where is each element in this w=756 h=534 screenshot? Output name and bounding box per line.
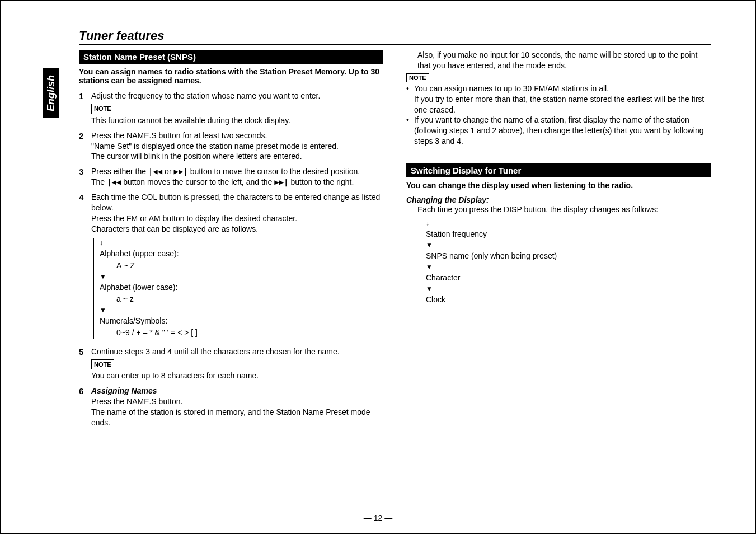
left-column: Station Name Preset (SNPS) You can assig… xyxy=(79,50,395,433)
cycle2-item3: Character xyxy=(426,272,711,284)
skip-forward-icon: ▶▶| xyxy=(274,177,288,186)
step3-line1: Press either the |◀◀ or ▶▶| button to mo… xyxy=(91,166,383,177)
bullet-dot-icon: • xyxy=(406,115,414,147)
switching-display-intro: You can change the display used when lis… xyxy=(406,181,711,190)
step2-l3: The cursor will blink in the position wh… xyxy=(91,151,383,162)
note-label: NOTE xyxy=(91,104,114,114)
skip-back-icon: |◀◀ xyxy=(107,177,121,186)
skip-back-icon: |◀◀ xyxy=(148,167,162,176)
step-number: 2 xyxy=(79,130,91,162)
step-number: 1 xyxy=(79,91,91,126)
cycle-numerals: Numerals/Symbols: xyxy=(100,315,383,327)
down-arrow-icon: ▼ xyxy=(426,240,711,250)
cycle-lower: Alphabet (lower case): xyxy=(100,282,383,293)
step1-text: Adjust the frequency to the station whos… xyxy=(91,91,383,101)
continuation-text: Also, if you make no input for 10 second… xyxy=(406,50,711,71)
step6-title: Assigning Names xyxy=(91,386,383,396)
step2-l2: "Name Set" is displayed once the station… xyxy=(91,141,383,152)
step-1: 1 Adjust the frequency to the station wh… xyxy=(79,91,383,126)
down-arrow-icon: ▼ xyxy=(426,262,711,272)
cycle-upper-range: A ~ Z xyxy=(100,260,383,271)
step4-l3: Characters that can be displayed are as … xyxy=(91,224,383,235)
switching-display-header: Switching Display for Tuner xyxy=(406,163,711,177)
step-number: 4 xyxy=(79,192,91,342)
step4-l1: Each time the COL button is pressed, the… xyxy=(91,192,383,213)
step-6: 6 Assigning Names Press the NAME.S butto… xyxy=(79,386,383,428)
snps-intro: You can assign names to radio stations w… xyxy=(79,67,383,85)
bullet1a: You can assign names to up to 30 FM/AM s… xyxy=(414,83,711,94)
down-arrow-icon: ↓ xyxy=(100,238,383,248)
language-tab: English xyxy=(43,68,59,118)
bullet-dot-icon: • xyxy=(406,83,414,115)
cycle-numerals-range: 0~9 / + – * & " ' = < > [ ] xyxy=(100,327,383,339)
down-arrow-icon: ▼ xyxy=(426,284,711,294)
down-arrow-icon: ↓ xyxy=(426,218,711,228)
skip-forward-icon: ▶▶| xyxy=(173,167,187,176)
step-5: 5 Continue steps 3 and 4 until all the c… xyxy=(79,346,383,382)
step-number: 3 xyxy=(79,166,91,188)
cycle2-item4: Clock xyxy=(426,294,711,306)
step6-l2: The name of the station is stored in mem… xyxy=(91,407,383,428)
step-4: 4 Each time the COL button is pressed, t… xyxy=(79,192,383,342)
display-cycle-box: ↓ Station frequency ▼ SNPS name (only wh… xyxy=(420,218,711,306)
step5-text: Continue steps 3 and 4 until all the cha… xyxy=(91,346,383,357)
bullet-2: • If you want to change the name of a st… xyxy=(406,115,711,147)
changing-display-subtitle: Changing the Display: xyxy=(406,195,711,204)
note-label: NOTE xyxy=(406,73,429,82)
down-arrow-icon: ▼ xyxy=(100,305,383,315)
section-title: Tuner features xyxy=(79,29,711,45)
snps-header: Station Name Preset (SNPS) xyxy=(79,50,383,64)
right-column: Also, if you make no input for 10 second… xyxy=(406,50,711,433)
character-cycle-box: ↓ Alphabet (upper case): A ~ Z ▼ Alphabe… xyxy=(93,238,383,339)
note-label: NOTE xyxy=(91,359,114,370)
step-number: 5 xyxy=(79,346,91,382)
cycle2-item1: Station frequency xyxy=(426,228,711,240)
step1-note-text: This function cannot be available during… xyxy=(91,115,383,126)
bullet1b: If you try to enter more than that, the … xyxy=(414,94,711,115)
page-number: — 12 — xyxy=(364,513,392,522)
bullet-1: • You can assign names to up to 30 FM/AM… xyxy=(406,83,711,115)
step6-l1: Press the NAME.S button. xyxy=(91,396,383,407)
language-label: English xyxy=(45,74,57,111)
step2-l1: Press the NAME.S button for at least two… xyxy=(91,130,383,141)
step-3: 3 Press either the |◀◀ or ▶▶| button to … xyxy=(79,166,383,188)
step-number: 6 xyxy=(79,386,91,428)
step5-note-text: You can enter up to 8 characters for eac… xyxy=(91,371,383,381)
step-2: 2 Press the NAME.S button for at least t… xyxy=(79,130,383,162)
down-arrow-icon: ▼ xyxy=(100,271,383,282)
bullet2-text: If you want to change the name of a stat… xyxy=(414,115,711,147)
cycle2-item2: SNPS name (only when being preset) xyxy=(426,250,711,262)
cycle-lower-range: a ~ z xyxy=(100,293,383,305)
step4-l2: Press the FM or AM button to display the… xyxy=(91,213,383,224)
cycle-upper: Alphabet (upper case): xyxy=(100,248,383,260)
changing-display-desc: Each time you press the DISP button, the… xyxy=(406,204,711,215)
step3-line2: The |◀◀ button moves the cursor to the l… xyxy=(91,177,383,188)
